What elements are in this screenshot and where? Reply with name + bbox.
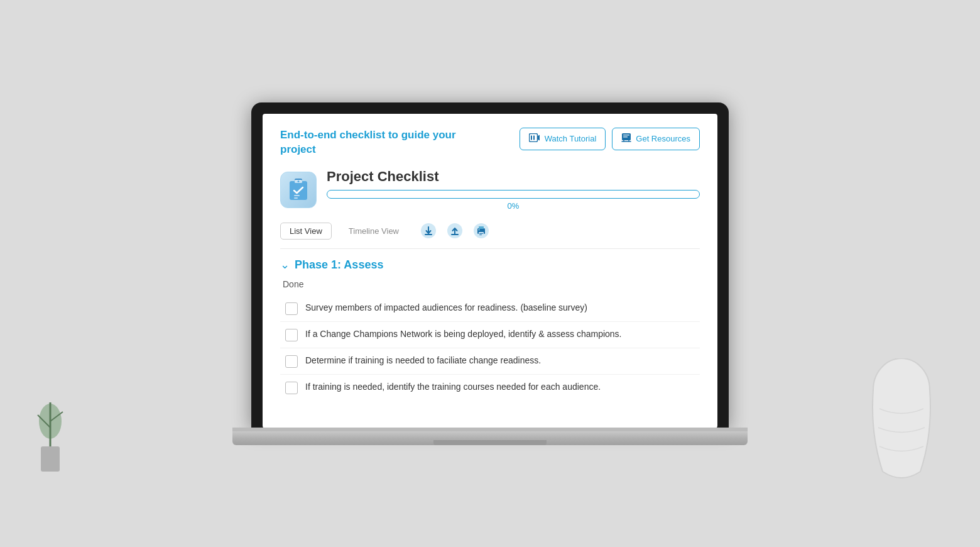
get-resources-label: Get Resources	[636, 134, 690, 143]
checklist-item: If a Change Champions Network is being d…	[280, 322, 700, 348]
phase-1-title: Phase 1: Assess	[295, 258, 383, 272]
checklist-header: Project Checklist 0%	[280, 169, 700, 211]
checklist-icon-box	[280, 172, 317, 208]
plant-decoration-left	[19, 371, 82, 472]
print-button[interactable]	[471, 221, 491, 241]
svg-rect-10	[623, 135, 629, 136]
laptop-wrapper: End-to-end checklist to guide your proje…	[232, 102, 748, 445]
item-2-checkbox[interactable]	[285, 329, 298, 341]
header-row: End-to-end checklist to guide your proje…	[280, 128, 700, 158]
watch-tutorial-button[interactable]: Watch Tutorial	[520, 128, 606, 150]
svg-rect-11	[623, 136, 628, 138]
checklist-info: Project Checklist 0%	[327, 169, 700, 211]
laptop-base	[232, 431, 748, 445]
done-label: Done	[280, 279, 700, 289]
clipboard-icon	[288, 179, 308, 201]
screen-content: End-to-end checklist to guide your proje…	[263, 114, 717, 416]
checklist-item: Survey members of impacted audiences for…	[280, 296, 700, 322]
phase-1-chevron[interactable]: ⌄	[280, 258, 290, 272]
item-3-checkbox[interactable]	[285, 355, 298, 368]
svg-point-26	[479, 229, 480, 231]
svg-rect-16	[294, 195, 300, 196]
item-2-text: If a Change Champions Network is being d…	[305, 328, 622, 341]
action-icons	[418, 221, 491, 241]
laptop-screen: End-to-end checklist to guide your proje…	[263, 114, 717, 428]
vase-decoration-right	[861, 358, 942, 484]
laptop-screen-bezel: End-to-end checklist to guide your proje…	[251, 102, 729, 428]
svg-point-15	[298, 180, 300, 182]
view-row: List View Timeline View	[280, 221, 700, 249]
svg-rect-17	[294, 197, 298, 199]
svg-rect-8	[533, 135, 535, 140]
svg-rect-22	[479, 226, 484, 229]
item-1-text: Survey members of impacted audiences for…	[305, 302, 587, 314]
video-icon	[529, 133, 540, 145]
progress-label: 0%	[327, 201, 700, 211]
checklist-item: If training is needed, identify the trai…	[280, 375, 700, 401]
svg-rect-7	[531, 135, 532, 140]
download-button[interactable]	[418, 221, 438, 241]
item-1-checkbox[interactable]	[285, 302, 298, 315]
upload-button[interactable]	[445, 221, 465, 241]
checklist-items: Survey members of impacted audiences for…	[280, 296, 700, 401]
item-4-checkbox[interactable]	[285, 382, 298, 394]
watch-tutorial-label: Watch Tutorial	[545, 134, 597, 143]
checklist-item: Determine if training is needed to facil…	[280, 348, 700, 375]
svg-rect-25	[479, 235, 482, 235]
header-buttons: Watch Tutorial	[520, 128, 700, 150]
page-title: End-to-end checklist to guide your proje…	[280, 128, 456, 158]
book-icon	[621, 133, 631, 145]
progress-bar-container	[327, 190, 700, 199]
item-4-text: If training is needed, identify the trai…	[305, 381, 601, 394]
tab-timeline-view[interactable]: Timeline View	[339, 223, 408, 240]
tab-list-view[interactable]: List View	[280, 223, 332, 240]
get-resources-button[interactable]: Get Resources	[612, 128, 700, 150]
item-3-text: Determine if training is needed to facil…	[305, 355, 541, 367]
checklist-title: Project Checklist	[327, 169, 700, 185]
svg-rect-24	[479, 233, 483, 234]
svg-rect-0	[41, 446, 60, 472]
laptop-hinge	[232, 428, 748, 431]
phase-1-header: ⌄ Phase 1: Assess	[280, 258, 700, 272]
